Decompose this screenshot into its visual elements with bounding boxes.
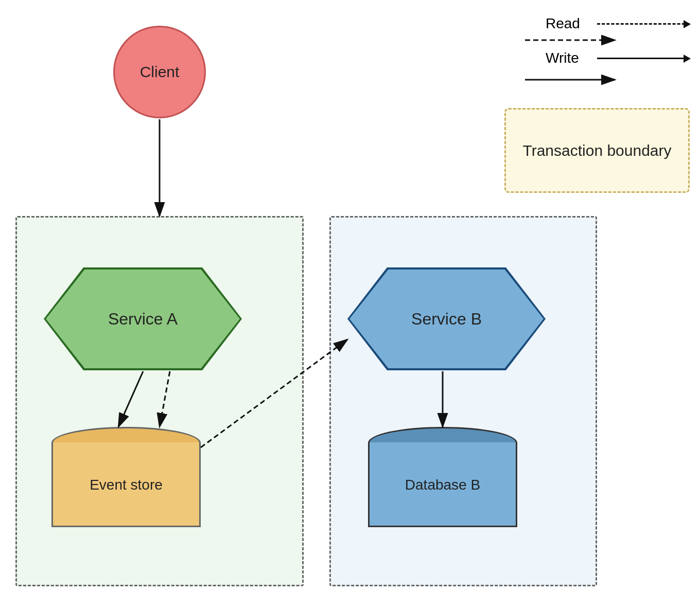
- transaction-boundary-label: Transaction boundary: [522, 140, 671, 160]
- transaction-boundary-box: Transaction boundary: [504, 108, 690, 193]
- service-b-node: Service B: [347, 267, 546, 370]
- diagram-container: Read Write Transaction boundary Client S…: [0, 0, 700, 611]
- service-a-label: Service A: [108, 310, 178, 329]
- service-a-node: Service A: [44, 267, 242, 370]
- read-label: Read: [546, 15, 587, 32]
- service-b-label: Service B: [411, 310, 482, 329]
- legend: Read Write: [546, 15, 690, 66]
- event-store-label: Event store: [51, 442, 201, 527]
- event-store-node: Event store: [51, 427, 201, 540]
- legend-write: Write: [546, 50, 690, 66]
- legend-read: Read: [546, 15, 690, 32]
- database-b-label: Database B: [368, 442, 517, 527]
- client-node: Client: [113, 26, 206, 118]
- write-label: Write: [546, 50, 587, 66]
- client-label: Client: [140, 63, 180, 81]
- database-b-node: Database B: [368, 427, 517, 540]
